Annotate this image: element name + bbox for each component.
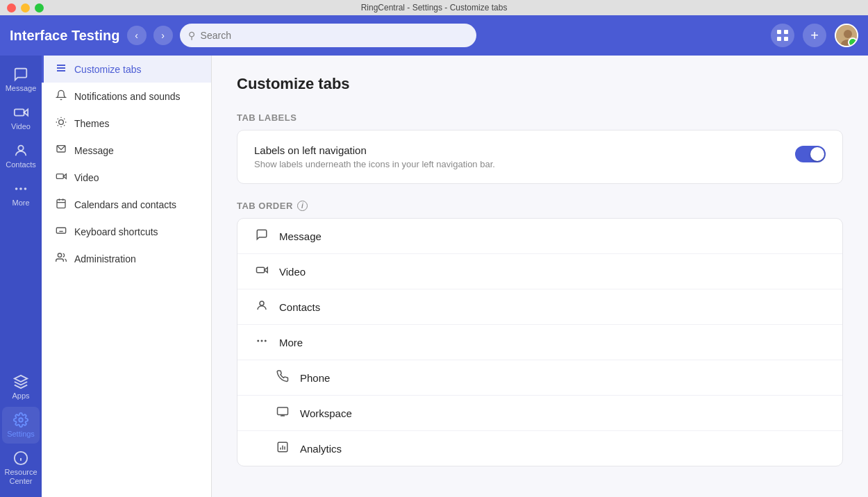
- svg-point-18: [59, 120, 64, 125]
- svg-point-12: [24, 187, 27, 190]
- menu-item-calendars[interactable]: Calendars and contacts: [42, 191, 211, 218]
- themes-icon: [55, 117, 67, 130]
- left-nav: Message Video Contacts More: [0, 56, 42, 497]
- tab-order-analytics[interactable]: Analytics: [237, 431, 842, 466]
- svg-rect-26: [56, 228, 65, 233]
- back-button[interactable]: ‹: [127, 26, 147, 45]
- administration-icon: [55, 252, 67, 265]
- search-bar: ⚲: [180, 24, 477, 47]
- tab-order-message[interactable]: Message: [237, 219, 842, 254]
- menu-label-themes: Themes: [74, 118, 110, 129]
- window-title: RingCentral - Settings - Customize tabs: [361, 3, 508, 12]
- sidebar-item-more[interactable]: More: [2, 176, 40, 212]
- tab-labels-card: Labels on left navigation Show labels un…: [237, 130, 843, 184]
- svg-rect-22: [57, 200, 65, 208]
- search-input[interactable]: [201, 30, 469, 41]
- toggle-text: Labels on left navigation Show labels un…: [254, 144, 495, 169]
- svg-rect-3: [784, 37, 788, 41]
- menu-label-message: Message: [74, 145, 114, 156]
- analytics-tab-icon: [275, 441, 290, 456]
- tab-order-phone[interactable]: Phone: [237, 360, 842, 396]
- video-tab-icon: [254, 264, 269, 279]
- settings-icon: [13, 412, 28, 428]
- tab-order-video[interactable]: Video: [237, 254, 842, 289]
- menu-item-keyboard-shortcuts[interactable]: Keyboard shortcuts: [42, 218, 211, 245]
- resource-center-icon: [13, 450, 28, 466]
- workspace-tab-label: Workspace: [300, 407, 352, 419]
- svg-point-10: [15, 187, 18, 190]
- grid-icon-button[interactable]: [771, 24, 794, 47]
- search-icon: ⚲: [188, 30, 195, 41]
- video-settings-icon: [55, 171, 67, 184]
- close-button[interactable]: [7, 3, 16, 12]
- workspace-tab-icon: [275, 405, 290, 421]
- menu-label-customize-tabs: Customize tabs: [74, 64, 141, 75]
- sidebar-item-apps[interactable]: Apps: [2, 369, 40, 405]
- contacts-tab-icon: [254, 299, 269, 314]
- svg-point-38: [265, 340, 267, 342]
- phone-tab-label: Phone: [300, 372, 330, 384]
- grid-icon: [776, 29, 789, 42]
- message-settings-icon: [55, 144, 67, 157]
- tab-order-info-icon[interactable]: i: [297, 201, 308, 211]
- tab-order-contacts[interactable]: Contacts: [237, 289, 842, 325]
- labels-toggle[interactable]: [795, 146, 826, 162]
- plus-icon: +: [810, 28, 819, 42]
- nav-bottom: Apps Settings Resource Center: [2, 369, 40, 497]
- analytics-tab-label: Analytics: [300, 443, 342, 455]
- tab-order-more[interactable]: More: [237, 325, 842, 360]
- svg-point-32: [58, 253, 61, 257]
- menu-item-video[interactable]: Video: [42, 164, 211, 191]
- top-header: Interface Testing ‹ › ⚲ +: [0, 15, 868, 56]
- toggle-title: Labels on left navigation: [254, 144, 495, 156]
- sidebar-item-message[interactable]: Message: [2, 61, 40, 98]
- notifications-icon: [55, 90, 67, 103]
- svg-rect-33: [257, 267, 265, 273]
- sidebar-item-settings[interactable]: Settings: [2, 407, 40, 444]
- svg-point-36: [257, 340, 259, 342]
- forward-button[interactable]: ›: [153, 26, 173, 45]
- svg-rect-7: [15, 109, 24, 115]
- svg-point-5: [844, 30, 852, 38]
- page-title: Customize tabs: [237, 75, 843, 93]
- app-title: Interface Testing: [10, 28, 120, 44]
- svg-point-13: [19, 418, 23, 422]
- more-label: More: [12, 199, 29, 207]
- add-button[interactable]: +: [803, 24, 826, 47]
- menu-item-themes[interactable]: Themes: [42, 110, 211, 137]
- contacts-tab-label: Contacts: [279, 301, 320, 313]
- video-tab-label: Video: [279, 266, 306, 278]
- settings-sidebar: Customize tabs Notifications and sounds …: [42, 56, 212, 497]
- sidebar-item-video[interactable]: Video: [2, 99, 40, 136]
- message-tab-icon: [254, 228, 269, 244]
- maximize-button[interactable]: [35, 3, 44, 12]
- minimize-button[interactable]: [21, 3, 30, 12]
- header-actions: +: [771, 24, 858, 47]
- sidebar-item-resource-center[interactable]: Resource Center: [2, 445, 40, 491]
- svg-rect-39: [278, 407, 288, 415]
- customize-tabs-icon: [55, 62, 67, 76]
- settings-label: Settings: [7, 430, 35, 438]
- toggle-row: Labels on left navigation Show labels un…: [237, 130, 842, 183]
- menu-label-administration: Administration: [74, 253, 136, 264]
- svg-point-11: [19, 187, 22, 190]
- menu-label-notifications: Notifications and sounds: [74, 91, 181, 102]
- more-icon: [13, 181, 28, 196]
- svg-rect-20: [56, 174, 63, 179]
- apps-label: Apps: [12, 391, 29, 400]
- svg-rect-0: [777, 30, 781, 34]
- tab-order-workspace[interactable]: Workspace: [237, 396, 842, 431]
- toggle-description: Show labels underneath the icons in your…: [254, 159, 495, 169]
- avatar[interactable]: [835, 24, 858, 47]
- message-label: Message: [6, 84, 37, 92]
- menu-item-message[interactable]: Message: [42, 137, 211, 164]
- avatar-image: [836, 25, 858, 47]
- menu-label-keyboard-shortcuts: Keyboard shortcuts: [74, 226, 158, 237]
- menu-item-notifications[interactable]: Notifications and sounds: [42, 83, 211, 110]
- sidebar-item-contacts[interactable]: Contacts: [2, 137, 40, 174]
- menu-item-customize-tabs[interactable]: Customize tabs: [42, 56, 211, 83]
- menu-item-administration[interactable]: Administration: [42, 245, 211, 272]
- message-tab-label: Message: [279, 230, 322, 242]
- calendars-icon: [55, 198, 67, 211]
- svg-rect-1: [784, 30, 788, 34]
